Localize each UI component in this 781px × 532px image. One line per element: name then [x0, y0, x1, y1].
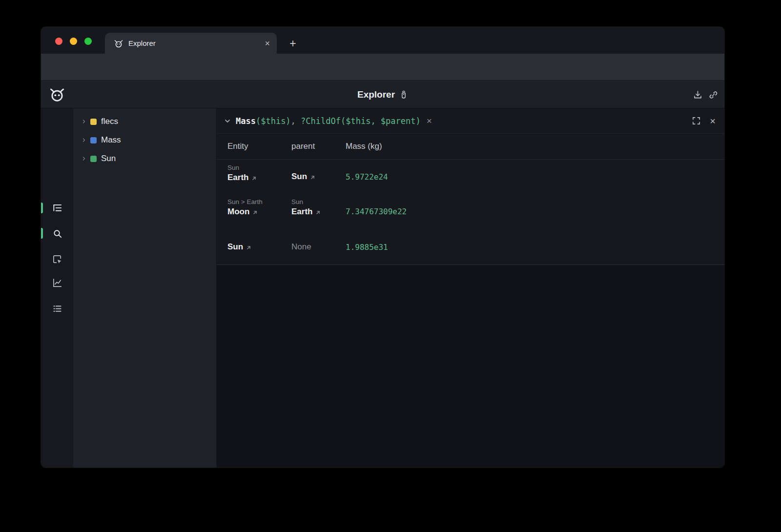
page-title: Explorer [357, 89, 395, 100]
chevron-right-icon[interactable] [81, 156, 87, 162]
external-link-icon[interactable] [246, 245, 251, 250]
query-editor-bar: Mass($this), ?ChildOf($this, $parent) × … [217, 108, 724, 134]
query-term-ident: Mass [236, 116, 256, 126]
mass-value: 7.34767309e22 [346, 207, 407, 216]
query-term-args: ($this) [256, 116, 291, 126]
browser-tab[interactable]: Explorer × [105, 33, 277, 54]
memory-panel-button[interactable] [50, 301, 64, 316]
external-link-icon[interactable] [251, 176, 257, 181]
query-table-area: Mass($this), ?ChildOf($this, $parent) × … [217, 108, 724, 265]
tree-outline-icon [52, 203, 63, 214]
share-link-button[interactable] [706, 87, 720, 102]
tab-close-icon[interactable]: × [265, 39, 270, 48]
entity-color-swatch [90, 119, 97, 125]
entity-tree-panel-button[interactable] [50, 201, 64, 215]
app-title-group: Explorer [41, 81, 724, 108]
tab-title: Explorer [128, 39, 265, 47]
tree-item-mass[interactable]: Mass [73, 131, 212, 149]
tree-item-flecs[interactable]: flecs [73, 112, 212, 131]
browser-toolbar: flecs.dev /explorer/ V [41, 54, 724, 81]
external-link-icon[interactable] [310, 175, 315, 180]
fullscreen-icon[interactable] [692, 116, 701, 125]
window-zoom-button[interactable] [84, 38, 92, 45]
mass-value: 1.9885e31 [346, 243, 388, 252]
tree-item-label: flecs [101, 117, 118, 126]
column-header-parent: parent [291, 142, 346, 151]
download-button[interactable] [690, 87, 705, 102]
query-term-optional: ?ChildOf($this, $parent) [301, 116, 421, 126]
tree-item-label: Mass [101, 135, 121, 145]
parent-cell: Sun Earth [291, 194, 346, 217]
statistics-panel-button[interactable] [50, 275, 64, 290]
mass-value: 5.9722e24 [346, 172, 388, 182]
download-icon [693, 90, 703, 100]
mass-cell: 1.9885e31 [346, 243, 724, 252]
window-close-button[interactable] [55, 38, 62, 45]
table-header-row: Entity parent Mass (kg) [217, 134, 724, 160]
external-link-icon[interactable] [315, 210, 321, 215]
mass-cell: 5.9722e24 [346, 172, 724, 182]
parent-path: Sun [291, 198, 346, 205]
parent-link[interactable]: Earth [291, 207, 312, 217]
tree-item-sun[interactable]: Sun [73, 149, 212, 168]
entity-link[interactable]: Earth [227, 173, 248, 183]
mass-cell: 7.34767309e22 [346, 207, 724, 216]
browser-window: Explorer × + flecs.dev [41, 27, 724, 468]
entity-path: Sun > Earth [227, 198, 291, 205]
query-close-icon[interactable]: × [710, 116, 716, 126]
column-header-entity: Entity [227, 142, 291, 151]
app-content: flecs Mass Sun [41, 108, 724, 468]
chevron-right-icon[interactable] [81, 137, 87, 143]
query-panel-button[interactable] [50, 226, 64, 241]
parent-none-value: None [291, 242, 311, 251]
entity-link[interactable]: Moon [227, 207, 249, 217]
table-row: Sun > Earth Moon Sun Earth [217, 194, 724, 229]
active-indicator [41, 228, 43, 239]
entity-tree-panel: flecs Mass Sun [73, 108, 217, 468]
window-minimize-button[interactable] [70, 38, 77, 45]
table-row: Sun Earth Sun [217, 160, 724, 194]
parent-cell: None [291, 242, 346, 252]
external-link-icon[interactable] [252, 210, 258, 215]
entity-color-swatch [90, 137, 97, 143]
table-row: Sun None 1.9885e31 [217, 229, 724, 265]
memory-rows-icon [52, 303, 63, 314]
desktop-background: Explorer × + flecs.dev [0, 0, 781, 532]
line-chart-icon [52, 277, 63, 288]
remote-connection-icon[interactable] [399, 90, 408, 99]
entity-cell: Sun Earth [227, 160, 291, 183]
parent-link[interactable]: Sun [291, 172, 307, 182]
search-icon [52, 228, 63, 239]
app-header: Explorer [41, 81, 724, 108]
chevron-down-icon[interactable] [224, 117, 231, 125]
query-result-panel: Mass($this), ?ChildOf($this, $parent) × … [217, 108, 724, 468]
inspect-cursor-icon [52, 254, 63, 265]
chevron-right-icon[interactable] [81, 119, 87, 124]
entity-cell: Sun [227, 242, 291, 252]
entity-cell: Sun > Earth Moon [227, 194, 291, 217]
query-expression-input[interactable]: Mass($this), ?ChildOf($this, $parent) [236, 116, 421, 126]
tab-strip: Explorer × + [41, 27, 724, 54]
tool-sidebar [41, 108, 73, 468]
parent-cell: Sun [291, 172, 346, 182]
new-tab-button[interactable]: + [285, 36, 301, 51]
window-controls [55, 38, 92, 45]
inspect-panel-button[interactable] [50, 252, 64, 266]
query-clear-icon[interactable]: × [427, 116, 432, 125]
entity-color-swatch [90, 156, 97, 162]
tree-item-label: Sun [101, 154, 116, 164]
flecs-favicon-icon [114, 39, 123, 48]
column-header-mass: Mass (kg) [346, 142, 724, 151]
entity-path: Sun [227, 164, 291, 171]
entity-link[interactable]: Sun [227, 242, 243, 252]
active-indicator [41, 203, 43, 213]
link-icon [708, 90, 719, 100]
query-separator: , [291, 116, 301, 126]
